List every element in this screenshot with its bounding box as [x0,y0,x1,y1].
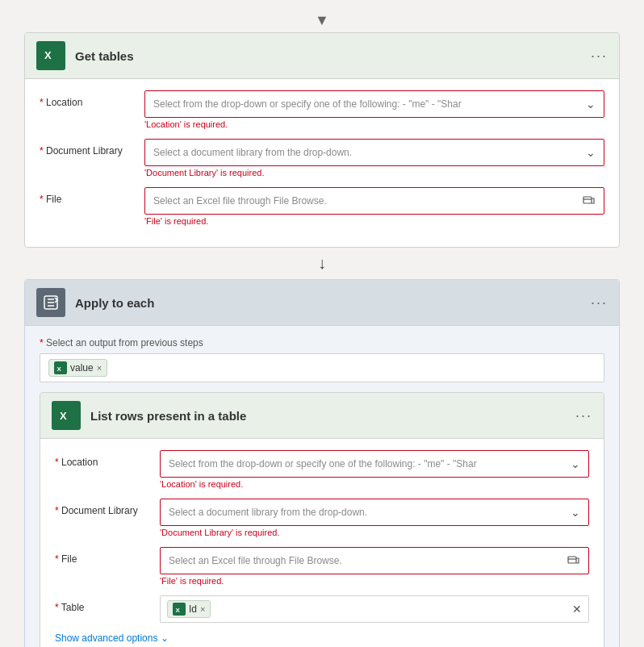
svg-rect-2 [583,197,592,203]
top-connector-arrow: ▼ [24,8,620,32]
lr-location-field-wrap: Select from the drop-down or specify one… [160,450,589,495]
apply-to-each-icon [36,288,65,317]
svg-rect-8 [568,557,576,563]
lr-location-row: * Location Select from the drop-down or … [55,450,589,495]
lr-location-placeholder: Select from the drop-down or specify one… [169,458,571,470]
location-placeholder: Select from the drop-down or specify one… [153,98,586,110]
doc-library-error: 'Document Library' is required. [144,168,604,177]
lr-file-placeholder: Select an Excel file through File Browse… [169,555,567,566]
get-tables-icon: X [36,41,65,70]
lr-table-token-remove[interactable]: × [200,604,205,614]
select-output-label: * Select an output from previous steps [40,337,604,349]
lr-file-input[interactable]: Select an Excel file through File Browse… [160,547,589,574]
file-input[interactable]: Select an Excel file through File Browse… [144,187,604,215]
svg-text:X: X [60,410,67,422]
lr-file-field-wrap: Select an Excel file through File Browse… [160,547,589,592]
lr-location-label: * Location [55,450,160,468]
location-error: 'Location' is required. [144,119,604,129]
location-dropdown-arrow[interactable]: ⌄ [586,98,596,111]
svg-text:X: X [176,607,181,614]
doc-library-required: * [40,145,44,157]
lr-doc-library-input[interactable]: Select a document library from the drop-… [160,499,589,526]
show-advanced-label: Show advanced options [55,632,157,644]
lr-file-label: * File [55,547,160,565]
lr-file-browse-icon[interactable] [567,553,580,569]
location-required: * [40,97,44,108]
value-token: X value × [48,359,107,377]
get-tables-card: X Get tables ··· * Location Select from … [24,32,620,248]
lr-table-clear-icon[interactable]: ✕ [572,603,582,616]
lr-table-row: * Table X [55,595,589,623]
file-placeholder: Select an Excel file through File Browse… [153,195,583,207]
lr-location-input[interactable]: Select from the drop-down or specify one… [160,450,589,478]
chevron-down-icon: ⌄ [161,632,169,644]
get-tables-header: X Get tables ··· [25,33,619,79]
location-row: * Location Select from the drop-down or … [40,90,604,136]
apply-to-each-title: Apply to each [75,296,591,310]
lr-location-error: 'Location' is required. [160,479,589,489]
lr-doc-library-field-wrap: Select a document library from the drop-… [160,499,589,544]
location-label: * Location [40,90,144,108]
lr-table-field-wrap: X Id × ✕ [160,595,589,623]
location-input[interactable]: Select from the drop-down or specify one… [144,90,604,118]
lr-table-token-icon: X [173,603,186,616]
doc-library-input[interactable]: Select a document library from the drop-… [144,139,604,166]
location-field-wrap: Select from the drop-down or specify one… [144,90,604,136]
lr-doc-library-placeholder: Select a document library from the drop-… [169,507,571,518]
get-tables-title: Get tables [75,49,591,63]
list-rows-menu[interactable]: ··· [575,407,592,424]
doc-library-label: * Document Library [40,139,144,157]
svg-text:X: X [44,49,52,61]
svg-text:X: X [57,365,62,373]
apply-to-each-body: * Select an output from previous steps X… [25,326,619,647]
list-rows-header: X List rows present in a table ··· [40,393,604,439]
doc-library-field-wrap: Select a document library from the drop-… [144,139,604,184]
token-value-text: value [70,362,94,374]
apply-to-each-menu[interactable]: ··· [591,294,608,311]
file-error: 'File' is required. [144,216,604,226]
lr-location-dropdown-arrow[interactable]: ⌄ [571,457,580,470]
lr-file-error: 'File' is required. [160,576,589,586]
show-advanced-options[interactable]: Show advanced options ⌄ [55,632,589,644]
list-rows-body: * Location Select from the drop-down or … [40,439,604,647]
lr-table-token-text: Id [189,603,197,615]
file-field-wrap: Select an Excel file through File Browse… [144,187,604,232]
doc-library-row: * Document Library Select a document lib… [40,139,604,184]
doc-library-dropdown-arrow[interactable]: ⌄ [586,146,596,159]
lr-table-token-container[interactable]: X Id × ✕ [160,595,589,623]
token-excel-icon: X [54,361,67,374]
list-rows-title: List rows present in a table [90,409,575,423]
token-remove-button[interactable]: × [97,363,102,373]
file-required: * [40,194,44,205]
excel-icon-get-tables: X [42,46,60,66]
get-tables-menu[interactable]: ··· [591,48,608,65]
file-label: * File [40,187,144,205]
lr-doc-library-label: * Document Library [55,499,160,516]
lr-doc-library-error: 'Document Library' is required. [160,528,589,537]
list-rows-icon: X [52,401,81,430]
apply-to-each-header: Apply to each ··· [25,280,619,326]
file-browse-icon[interactable] [583,194,596,209]
lr-doc-library-row: * Document Library Select a document lib… [55,499,589,544]
lr-doc-library-dropdown-arrow[interactable]: ⌄ [571,506,580,519]
apply-to-each-card: Apply to each ··· * Select an output fro… [24,279,620,647]
doc-library-placeholder: Select a document library from the drop-… [153,147,586,158]
get-tables-body: * Location Select from the drop-down or … [25,79,619,247]
file-row: * File Select an Excel file through File… [40,187,604,232]
list-rows-card: X List rows present in a table ··· * Loc… [40,392,604,647]
middle-connector-arrow: ↓ [24,248,620,279]
lr-table-token: X Id × [167,600,211,618]
value-token-container[interactable]: X value × [40,353,604,382]
lr-file-row: * File Select an Excel file through File… [55,547,589,592]
lr-table-label: * Table [55,595,160,613]
